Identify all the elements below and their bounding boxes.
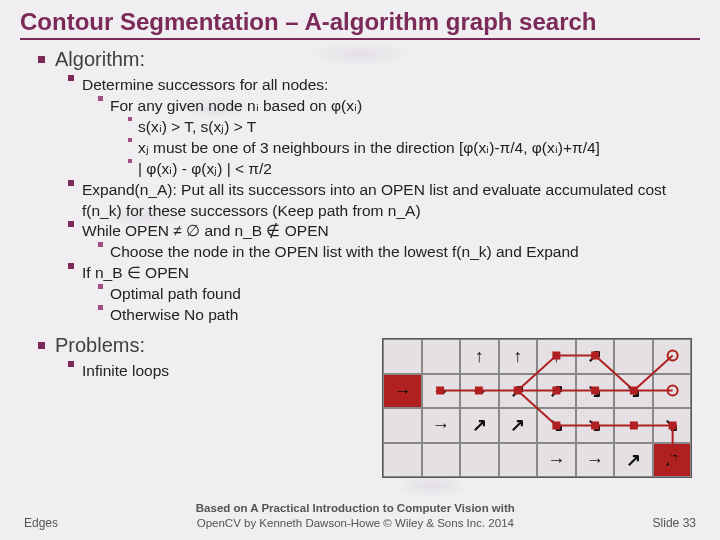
bullet-icon	[98, 284, 103, 289]
direction-arrow-icon: ↗	[626, 451, 641, 469]
bullet-icon	[128, 117, 132, 121]
grid-cell: →	[537, 443, 576, 478]
alg-sxi: s(xᵢ) > T, s(xⱼ) > T	[138, 117, 700, 138]
alg-xj: xⱼ must be one of 3 neighbours in the di…	[138, 138, 700, 159]
direction-arrow-icon: ↗	[587, 347, 602, 365]
grid-cell: ↘	[614, 374, 653, 409]
direction-arrow-icon: →	[432, 382, 450, 400]
section-label: Algorithm:	[55, 48, 145, 71]
bullet-icon	[128, 138, 132, 142]
direction-arrow-icon: ↑	[552, 347, 561, 365]
direction-arrow-icon: ↘	[664, 416, 679, 434]
section-algorithm-header: Algorithm:	[38, 48, 700, 71]
alg-determine: Determine successors for all nodes:	[82, 75, 700, 96]
bullet-icon	[68, 75, 74, 81]
grid-cell: ↑	[460, 339, 499, 374]
grid-cell: ↘	[537, 408, 576, 443]
bullet-icon	[68, 221, 74, 227]
grid-cell	[614, 339, 653, 374]
direction-arrow-icon: ↘	[626, 382, 641, 400]
grid-cell	[422, 339, 461, 374]
grid-cell: →	[383, 374, 422, 409]
grid-cell: ↗	[499, 374, 538, 409]
direction-arrow-icon: ↑	[513, 347, 522, 365]
direction-arrow-icon: ↘	[587, 382, 602, 400]
alg-expand: Expand(n_A): Put all its successors into…	[82, 180, 700, 222]
grid-cell: →	[422, 374, 461, 409]
grid-cell	[383, 408, 422, 443]
alg-otherwise: Otherwise No path	[110, 305, 700, 326]
bullet-icon	[98, 242, 103, 247]
grid-cell: ↑	[537, 339, 576, 374]
alg-forany: For any given node nᵢ based on φ(xᵢ)	[110, 96, 700, 117]
alg-abs: | φ(xᵢ) - φ(xⱼ) | < π/2	[138, 159, 700, 180]
direction-arrow-icon: ↗	[664, 451, 679, 469]
page-title: Contour Segmentation – A-algorithm graph…	[20, 8, 700, 40]
direction-arrow-icon: ↘	[549, 416, 564, 434]
grid-cell	[460, 443, 499, 478]
bullet-icon	[68, 361, 74, 367]
bullet-icon	[38, 56, 45, 63]
grid-cell: ↗	[537, 374, 576, 409]
grid-cell: ↗	[460, 408, 499, 443]
alg-while: While OPEN ≠ ∅ and n_B ∉ OPEN	[82, 221, 700, 242]
bullet-icon	[98, 305, 103, 310]
alg-ifnb: If n_B ∈ OPEN	[82, 263, 700, 284]
grid-cell: →	[576, 443, 615, 478]
footer-right: Slide 33	[653, 516, 696, 530]
grid-cell: ↗	[653, 443, 692, 478]
alg-optimal: Optimal path found	[110, 284, 700, 305]
bullet-icon	[98, 96, 103, 101]
grid-cell: →	[614, 408, 653, 443]
footer-center-line2: OpenCV by Kenneth Dawson-Howe © Wiley & …	[196, 516, 515, 530]
grid-cell	[653, 339, 692, 374]
grid-cell: ↘	[576, 408, 615, 443]
bullet-icon	[128, 159, 132, 163]
slide-content: Contour Segmentation – A-algorithm graph…	[0, 0, 720, 540]
bullet-icon	[68, 180, 74, 186]
slide-footer: Edges Based on A Practical Introduction …	[0, 501, 720, 530]
bullet-icon	[38, 342, 45, 349]
direction-arrow-icon: ↘	[587, 416, 602, 434]
grid-cell	[383, 339, 422, 374]
grid-cell: →	[422, 408, 461, 443]
grid-cell	[383, 443, 422, 478]
footer-left: Edges	[24, 516, 58, 530]
direction-arrow-icon: ↑	[475, 347, 484, 365]
grid-cell: ↑	[499, 339, 538, 374]
grid-cell	[422, 443, 461, 478]
direction-arrow-icon: →	[624, 416, 642, 434]
grid-cell	[653, 374, 692, 409]
direction-arrow-icon: →	[470, 382, 488, 400]
grid-cell: →	[460, 374, 499, 409]
grid-cell: ↘	[576, 374, 615, 409]
alg-choose: Choose the node in the OPEN list with th…	[110, 242, 700, 263]
grid-cell	[499, 443, 538, 478]
grid-cell: ↗	[614, 443, 653, 478]
direction-arrow-icon: →	[586, 451, 604, 469]
direction-arrow-icon: →	[432, 416, 450, 434]
grid-cell: ↘	[653, 408, 692, 443]
grid-cell: ↗	[576, 339, 615, 374]
direction-arrow-icon: →	[393, 382, 411, 400]
section-label: Problems:	[55, 334, 145, 357]
direction-arrow-icon: ↗	[549, 382, 564, 400]
direction-arrow-icon: ↗	[510, 416, 525, 434]
graph-search-diagram: ↑↑↑↗→→→↗↗↘↘→↗↗↘↘→↘→→↗↗	[382, 338, 692, 478]
direction-arrow-icon: →	[547, 451, 565, 469]
direction-arrow-icon: ↗	[472, 416, 487, 434]
footer-center-line1: Based on A Practical Introduction to Com…	[196, 501, 515, 515]
bullet-icon	[68, 263, 74, 269]
direction-arrow-icon: ↗	[510, 382, 525, 400]
grid-cell: ↗	[499, 408, 538, 443]
